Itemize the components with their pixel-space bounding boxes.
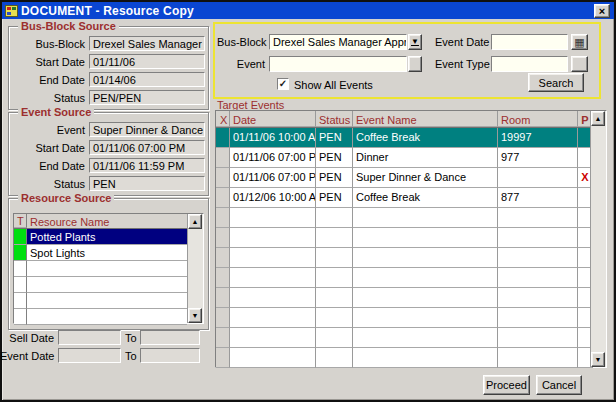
bus-block-source-title: Bus-Block Source <box>18 20 119 32</box>
col-date: Date <box>230 111 316 127</box>
table-row-empty[interactable] <box>216 308 606 328</box>
cancel-button[interactable]: Cancel <box>536 375 582 395</box>
table-row-empty[interactable] <box>216 248 606 268</box>
cell-room[interactable]: 19997 <box>498 128 578 148</box>
col-status: Status <box>316 111 353 127</box>
sell-date-to-label: To <box>125 332 137 344</box>
event-source-title: Event Source <box>18 106 94 118</box>
calendar-button[interactable]: ▦ <box>571 34 588 50</box>
cell-status[interactable]: PEN <box>316 148 353 168</box>
table-row[interactable]: 01/11/06 07:00 PM PEN Dinner 977 <box>216 148 606 168</box>
resource-row-empty[interactable] <box>14 309 203 325</box>
resource-col-name: Resource Name <box>27 214 187 228</box>
close-icon: × <box>599 5 605 17</box>
event-date-filter-label: Event Date <box>0 350 54 362</box>
search-bus-block-field[interactable]: Drexel Sales Manager Appreciati <box>269 34 407 50</box>
titlebar[interactable]: DOCUMENT - Resource Copy × <box>2 2 614 19</box>
sell-date-to-field[interactable] <box>140 330 200 345</box>
event-date-to-field[interactable] <box>140 348 200 363</box>
resource-table-scrollbar[interactable]: ▲ ▼ <box>187 214 203 323</box>
row-selector-cell[interactable] <box>216 188 230 208</box>
event-lov-button[interactable] <box>408 56 422 72</box>
scroll-down-icon[interactable]: ▼ <box>591 352 605 367</box>
sell-date-from-field[interactable] <box>58 330 121 345</box>
resource-source-group: Resource Source T Resource Name Potted P… <box>8 198 209 330</box>
cell-status[interactable]: PEN <box>316 188 353 208</box>
table-row-empty[interactable] <box>216 208 606 228</box>
target-table-scrollbar[interactable]: ▲ ▼ <box>590 111 606 367</box>
show-all-events-label: Show All Events <box>294 79 373 91</box>
cell-room[interactable]: 877 <box>498 188 578 208</box>
cell-room[interactable] <box>498 168 578 188</box>
resource-name-cell[interactable]: Potted Plants <box>27 229 187 245</box>
resource-row-empty[interactable] <box>14 277 203 293</box>
event-status-label: Status <box>9 178 85 190</box>
table-row[interactable]: 01/11/06 10:00 AM PEN Coffee Break 19997 <box>216 128 606 148</box>
bus-block-source-group: Bus-Block Source Bus-Block Drexel Sales … <box>8 26 209 110</box>
event-type-lov-button[interactable] <box>571 56 588 72</box>
search-panel: Bus-Block Drexel Sales Manager Appreciat… <box>213 22 601 99</box>
event-start-date-label: Start Date <box>9 142 85 154</box>
search-event-field[interactable] <box>269 56 407 72</box>
scroll-down-icon[interactable]: ▼ <box>188 308 202 323</box>
search-button[interactable]: Search <box>528 73 584 92</box>
target-table-header: X Date Status Event Name Room P <box>216 111 606 128</box>
col-room: Room <box>498 111 578 127</box>
search-event-type-label: Event Type <box>435 58 487 70</box>
cell-room[interactable]: 977 <box>498 148 578 168</box>
cell-event-name[interactable]: Coffee Break <box>353 188 498 208</box>
scroll-up-icon[interactable]: ▲ <box>591 111 605 126</box>
status-label: Status <box>9 92 85 104</box>
cell-date[interactable]: 01/12/06 10:00 AM <box>230 188 316 208</box>
search-bus-block-label: Bus-Block <box>217 36 265 48</box>
table-row-empty[interactable] <box>216 348 606 368</box>
cell-date[interactable]: 01/11/06 10:00 AM <box>230 128 316 148</box>
row-selector-cell[interactable] <box>216 128 230 148</box>
row-selector-cell[interactable] <box>216 168 230 188</box>
resource-row-empty[interactable] <box>14 293 203 309</box>
search-event-date-field[interactable] <box>491 34 568 50</box>
show-all-events-checkbox[interactable]: ✓ <box>277 78 289 90</box>
start-date-field: 01/11/06 <box>89 54 205 69</box>
cell-event-name[interactable]: Super Dinner & Dance <box>353 168 498 188</box>
sell-date-label: Sell Date <box>0 332 54 344</box>
table-row-empty[interactable] <box>216 328 606 348</box>
table-row[interactable]: 01/11/06 07:00 PM PEN Super Dinner & Dan… <box>216 168 606 188</box>
table-row-empty[interactable] <box>216 268 606 288</box>
resource-row-empty[interactable] <box>14 261 203 277</box>
resource-name-cell[interactable]: Spot Lights <box>27 245 187 261</box>
event-label: Event <box>9 124 85 136</box>
resource-row[interactable]: Potted Plants <box>14 229 203 245</box>
scroll-up-icon[interactable]: ▲ <box>188 214 202 229</box>
calendar-icon: ▦ <box>574 37 584 48</box>
cell-date[interactable]: 01/11/06 07:00 PM <box>230 148 316 168</box>
proceed-button[interactable]: Proceed <box>483 375 530 395</box>
search-event-date-label: Event Date <box>435 36 487 48</box>
resource-flag-cell[interactable] <box>14 229 27 245</box>
resource-source-title: Resource Source <box>18 192 114 204</box>
col-event-name: Event Name <box>353 111 498 127</box>
event-date-from-field[interactable] <box>58 348 121 363</box>
table-row-empty[interactable] <box>216 228 606 248</box>
cell-event-name[interactable]: Coffee Break <box>353 128 498 148</box>
event-end-date-label: End Date <box>9 160 85 172</box>
bus-block-dropdown-button[interactable]: ▼ <box>408 34 422 50</box>
app-icon <box>5 5 18 17</box>
table-row-empty[interactable] <box>216 288 606 308</box>
event-field: Super Dinner & Dance <box>89 122 205 137</box>
cell-event-name[interactable]: Dinner <box>353 148 498 168</box>
resource-row[interactable]: Spot Lights <box>14 245 203 261</box>
cell-status[interactable]: PEN <box>316 168 353 188</box>
search-event-label: Event <box>217 58 265 70</box>
table-row[interactable]: 01/12/06 10:00 AM PEN Coffee Break 877 <box>216 188 606 208</box>
cell-status[interactable]: PEN <box>316 128 353 148</box>
close-button[interactable]: × <box>594 4 610 18</box>
search-event-type-field[interactable] <box>491 56 568 72</box>
cell-date[interactable]: 01/11/06 07:00 PM <box>230 168 316 188</box>
target-events-table: X Date Status Event Name Room P 01/11/06… <box>215 110 607 368</box>
resource-copy-window: DOCUMENT - Resource Copy × Bus-Block Sou… <box>0 0 616 402</box>
bus-block-label: Bus-Block <box>9 38 85 50</box>
row-selector-cell[interactable] <box>216 148 230 168</box>
bus-block-field: Drexel Sales Manager Appr <box>89 36 205 51</box>
resource-flag-cell[interactable] <box>14 245 27 261</box>
